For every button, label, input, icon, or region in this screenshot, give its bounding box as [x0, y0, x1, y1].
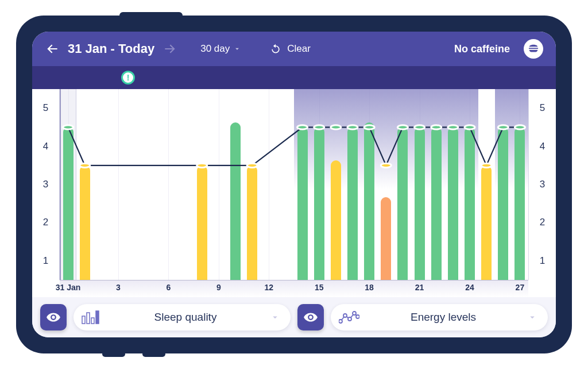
tag-badge[interactable]: [524, 39, 543, 59]
x-tick: 21: [415, 283, 424, 292]
x-tick: 9: [216, 283, 221, 292]
x-tick: 6: [166, 283, 171, 292]
y-tick: 5: [32, 89, 59, 127]
x-axis: 31 Jan369121518212427: [60, 280, 528, 297]
chart-plot-area: [60, 89, 528, 280]
bar-chart-icon: [82, 310, 101, 324]
y-axis-right: 5 4 3 2 1: [528, 89, 556, 280]
range-selector[interactable]: 30 day: [200, 43, 241, 55]
bottom-controls: Sleep quality Energy levels: [32, 297, 556, 337]
y-tick: 4: [32, 127, 59, 165]
y-axis-left: 5 4 3 2 1: [32, 89, 60, 280]
svg-point-8: [356, 315, 359, 318]
svg-point-7: [353, 312, 356, 315]
data-point[interactable]: [481, 163, 492, 167]
tablet-frame: 31 Jan - Today 30 day Clear No caffeine …: [16, 16, 572, 353]
data-point[interactable]: [63, 125, 74, 129]
range-selector-label: 30 day: [200, 43, 230, 55]
prev-arrow-icon[interactable]: [45, 41, 60, 56]
svg-point-6: [348, 317, 351, 321]
svg-point-4: [339, 320, 342, 323]
clear-button[interactable]: Clear: [270, 43, 311, 55]
clear-button-label: Clear: [287, 43, 311, 55]
metric-left-label: Sleep quality: [109, 311, 262, 324]
y-tick: 1: [529, 242, 556, 280]
data-point[interactable]: [347, 125, 358, 129]
data-point[interactable]: [247, 163, 257, 167]
data-point[interactable]: [381, 163, 391, 167]
chevron-down-icon: [233, 45, 241, 53]
screen: 31 Jan - Today 30 day Clear No caffeine …: [32, 32, 556, 337]
y-tick: 2: [32, 203, 59, 241]
active-tag-label: No caffeine: [454, 43, 510, 55]
x-tick: 3: [116, 283, 121, 292]
metric-selector-right[interactable]: Energy levels: [331, 304, 548, 330]
toggle-visibility-right[interactable]: [297, 304, 324, 330]
data-point[interactable]: [80, 163, 90, 167]
x-tick: 31 Jan: [56, 283, 81, 292]
data-point[interactable]: [465, 125, 475, 129]
data-point[interactable]: [364, 125, 374, 129]
x-tick: 24: [465, 283, 474, 292]
x-tick: 12: [264, 283, 273, 292]
y-tick: 5: [529, 89, 556, 127]
y-tick: 3: [32, 166, 59, 203]
data-point[interactable]: [415, 125, 425, 129]
chart[interactable]: 5 4 3 2 1 5 4 3 2 1 31 Jan36912151821242: [32, 89, 556, 297]
eye-icon: [303, 310, 318, 325]
annotation-marker-icon[interactable]: !: [121, 71, 135, 84]
data-point[interactable]: [197, 163, 207, 167]
date-range-label: 31 Jan - Today: [68, 41, 154, 56]
reset-icon: [270, 43, 281, 55]
chevron-down-icon: [270, 312, 280, 322]
next-arrow-icon[interactable]: [163, 41, 177, 56]
metric-selector-left[interactable]: Sleep quality: [74, 304, 291, 330]
svg-point-5: [343, 314, 347, 317]
svg-rect-0: [82, 316, 85, 324]
y-tick: 3: [529, 166, 556, 203]
topbar: 31 Jan - Today 30 day Clear No caffeine: [32, 32, 556, 66]
data-point[interactable]: [314, 125, 324, 129]
data-point[interactable]: [498, 125, 508, 129]
metric-right-label: Energy levels: [368, 311, 519, 324]
y-tick: 2: [529, 203, 556, 241]
data-point[interactable]: [431, 125, 442, 129]
data-point[interactable]: [297, 125, 308, 129]
data-point[interactable]: [331, 125, 341, 129]
y-tick: 1: [32, 242, 59, 280]
svg-rect-2: [91, 318, 94, 324]
eye-icon: [46, 310, 61, 325]
svg-rect-1: [87, 313, 90, 324]
toggle-visibility-left[interactable]: [40, 304, 67, 330]
line-chart-icon: [339, 311, 359, 324]
chevron-down-icon: [527, 312, 537, 322]
data-point[interactable]: [397, 125, 408, 129]
y-tick: 4: [529, 127, 556, 165]
data-point[interactable]: [514, 125, 525, 129]
annotation-row: !: [32, 66, 556, 89]
x-tick: 18: [365, 283, 374, 292]
x-tick: 15: [315, 283, 324, 292]
svg-rect-3: [96, 311, 99, 324]
x-tick: 27: [516, 283, 525, 292]
data-point[interactable]: [448, 125, 458, 129]
burger-icon: [527, 43, 540, 55]
